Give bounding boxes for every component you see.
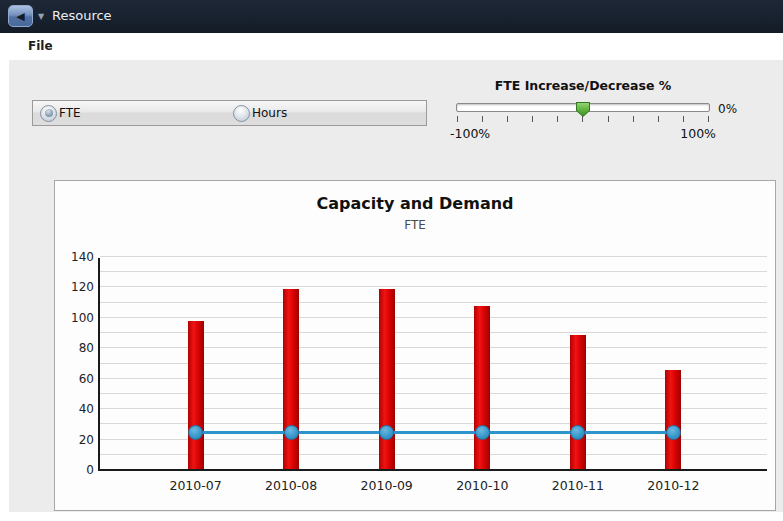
y-axis-label: 40 (56, 402, 94, 416)
bar-2010-11 (570, 335, 586, 469)
slider-label: FTE Increase/Decrease % (450, 78, 716, 93)
slider-thumb[interactable] (576, 102, 590, 117)
capacity-marker-2010-07 (188, 425, 203, 440)
chart-subtitle: FTE (55, 218, 775, 232)
bar-2010-09 (379, 289, 395, 469)
y-axis-label: 140 (56, 250, 94, 264)
title-bar: ◀ ▼ Resource (0, 0, 783, 33)
chevron-down-icon[interactable]: ▼ (38, 12, 44, 21)
bar-2010-12 (665, 370, 681, 469)
x-axis-label: 2010-12 (628, 478, 718, 493)
radio-unselected-icon (233, 105, 250, 122)
slider-value: 0% (718, 102, 737, 116)
bar-2010-08 (283, 289, 299, 469)
slider-tick-marks (457, 116, 709, 122)
radio-hours-label: Hours (252, 106, 287, 120)
x-axis-label: 2010-07 (151, 478, 241, 493)
fte-slider-group: FTE Increase/Decrease % 0% -100% 100% (450, 78, 750, 148)
gridline-y100 (100, 317, 767, 318)
chart-title: Capacity and Demand (55, 194, 775, 213)
gridline-y120 (100, 286, 767, 287)
slider-min-label: -100% (450, 126, 490, 141)
app-window: ◀ ▼ Resource File FTE Hours FTE Increase… (0, 0, 783, 521)
gridline-y130 (100, 271, 767, 272)
radio-fte[interactable]: FTE (40, 105, 81, 122)
window-title: Resource (52, 8, 112, 23)
bar-2010-10 (474, 306, 490, 469)
plot-area: 0204060801001201402010-072010-082010-092… (98, 258, 767, 471)
capacity-marker-2010-12 (666, 425, 681, 440)
y-axis-label: 60 (56, 372, 94, 386)
back-arrow-icon: ◀ (16, 11, 24, 22)
radio-selected-icon (40, 105, 57, 122)
slider-range-labels: -100% 100% (450, 126, 716, 141)
menu-item-file[interactable]: File (28, 39, 53, 53)
menu-bar: File (0, 33, 783, 60)
content-area: FTE Hours FTE Increase/Decrease % 0% -10… (9, 60, 783, 512)
slider-track[interactable] (456, 103, 710, 112)
radio-fte-label: FTE (59, 106, 81, 120)
y-axis-label: 120 (56, 280, 94, 294)
y-axis-label: 80 (56, 341, 94, 355)
x-axis-label: 2010-10 (437, 478, 527, 493)
capacity-line (196, 431, 674, 434)
x-axis-label: 2010-11 (533, 478, 623, 493)
gridline-y140 (100, 256, 767, 257)
capacity-marker-2010-10 (475, 425, 490, 440)
x-axis-label: 2010-09 (342, 478, 432, 493)
gridline-y110 (100, 302, 767, 303)
y-axis-label: 20 (56, 433, 94, 447)
unit-toggle-group: FTE Hours (32, 100, 427, 126)
bar-2010-07 (188, 321, 204, 469)
chart-panel: Capacity and Demand FTE 0204060801001201… (54, 180, 776, 511)
x-axis-label: 2010-08 (246, 478, 336, 493)
y-axis-label: 0 (56, 463, 94, 477)
back-button[interactable]: ◀ (8, 5, 33, 27)
slider-max-label: 100% (680, 126, 716, 141)
y-axis-label: 100 (56, 311, 94, 325)
radio-hours[interactable]: Hours (233, 105, 287, 122)
capacity-marker-2010-08 (284, 425, 299, 440)
